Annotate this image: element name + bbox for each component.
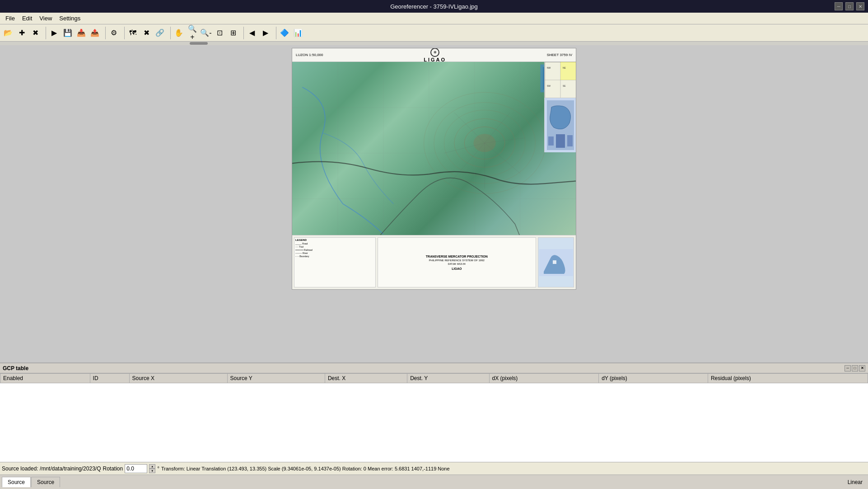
col-dy[interactable]: dY (pixels) <box>599 374 708 383</box>
gcp-panel: GCP table ─ □ ✕ Enabled ID Source X Sour… <box>0 362 868 462</box>
link-raster-button[interactable]: 🔗 <box>154 27 166 39</box>
gcp-minimize-button[interactable]: ─ <box>845 365 851 371</box>
map-header: LUZON 1:50,000 ⊕ LIGAO SHEET 3759 IV <box>292 48 576 62</box>
map-scale: LUZON 1:50,000 <box>296 53 323 57</box>
gcp-table: Enabled ID Source X Source Y Dest. X Des… <box>0 373 868 383</box>
map-sheet: SHEET 3759 IV <box>547 53 572 57</box>
zoom-fit-button[interactable]: ⊡ <box>213 27 226 39</box>
svg-rect-38 <box>548 136 554 146</box>
footer-label: LIGAO <box>452 267 462 270</box>
interpolation-label: Linear <box>848 479 863 485</box>
map-title-area: ⊕ LIGAO <box>424 48 446 62</box>
close-button[interactable]: ✕ <box>856 2 864 10</box>
zoom-in-button[interactable]: 🔍+ <box>186 27 199 39</box>
map-image: LUZON 1:50,000 ⊕ LIGAO SHEET 3759 IV <box>292 48 576 289</box>
save-gcp-button[interactable]: 📤 <box>89 27 101 39</box>
map-area[interactable]: LUZON 1:50,000 ⊕ LIGAO SHEET 3759 IV <box>0 42 868 362</box>
svg-line-6 <box>485 113 510 143</box>
toolbar-separator-6 <box>274 27 276 39</box>
mini-map-inset <box>545 98 576 152</box>
maximize-button[interactable]: □ <box>845 2 854 10</box>
toolbar-separator-3 <box>122 27 125 39</box>
svg-line-12 <box>454 113 485 143</box>
warp-button[interactable]: 🔷 <box>278 27 291 39</box>
gcp-header-controls: ─ □ ✕ <box>845 365 865 371</box>
main-area: LUZON 1:50,000 ⊕ LIGAO SHEET 3759 IV <box>0 42 868 462</box>
map-content[interactable] <box>292 62 576 235</box>
rotation-input[interactable] <box>125 464 147 473</box>
svg-line-8 <box>485 143 520 173</box>
open-button[interactable]: 📂 <box>2 27 14 39</box>
gcp-table-container[interactable]: Enabled ID Source X Source Y Dest. X Des… <box>0 373 868 462</box>
histogram-button[interactable]: 📊 <box>292 27 304 39</box>
status-source: Source loaded: /mnt/data/training/2023/Q <box>2 465 101 472</box>
svg-rect-37 <box>556 134 565 148</box>
menu-view[interactable]: View <box>36 14 56 23</box>
gcp-table-header-row: Enabled ID Source X Source Y Dest. X Des… <box>0 374 868 383</box>
rotation-label: Rotation <box>103 465 123 472</box>
mini-map: NW NE SW SE <box>544 62 576 152</box>
delete-point-button[interactable]: ✖ <box>29 27 42 39</box>
zoom-actual-button[interactable]: ⊞ <box>227 27 239 39</box>
minimize-button[interactable]: ─ <box>835 2 843 10</box>
title-bar: Georeferencer - 3759-IVLigao.jpg ─ □ ✕ <box>0 0 868 13</box>
source-tab-1[interactable]: Source <box>2 477 31 487</box>
svg-text:NE: NE <box>563 66 566 69</box>
col-dest-y[interactable]: Dest. Y <box>407 374 489 383</box>
bottom-bar: Source Source Linear <box>0 475 868 489</box>
map-footer: LEGEND _____ Road ····· Trail ═════ Rail… <box>292 235 576 289</box>
zoom-out-button[interactable]: 🔍- <box>200 27 212 39</box>
svg-rect-30 <box>560 62 576 80</box>
footer-legend: LEGEND _____ Road ····· Trail ═════ Rail… <box>294 237 376 287</box>
svg-text:NW: NW <box>547 66 551 69</box>
col-residual[interactable]: Residual (pixels) <box>708 374 868 383</box>
gcp-float-button[interactable]: □ <box>852 365 858 371</box>
gcp-close-button[interactable]: ✕ <box>859 365 865 371</box>
toolbar-separator-2 <box>103 27 106 39</box>
gcp-table-header: GCP table ─ □ ✕ <box>0 363 868 373</box>
menu-edit[interactable]: Edit <box>19 14 36 23</box>
map-viewport: LUZON 1:50,000 ⊕ LIGAO SHEET 3759 IV <box>292 48 576 290</box>
settings-button[interactable]: ⚙ <box>107 27 120 39</box>
save-output-button[interactable]: 💾 <box>61 27 74 39</box>
toolbar: 📂 ✚ ✖ ▶ 💾 📥 📤 ⚙ 🗺 ✖ 🔗 ✋ 🔍+ 🔍- ⊡ ⊞ ◀ ▶ 🔷 … <box>0 24 868 42</box>
prev-button[interactable]: ◀ <box>246 27 258 39</box>
rotation-down-button[interactable]: ▼ <box>149 469 155 473</box>
mini-map-grid: NW NE SW SE <box>545 62 576 98</box>
col-enabled[interactable]: Enabled <box>0 374 90 383</box>
map-logo: ⊕ <box>430 48 439 57</box>
toolbar-separator-4 <box>168 27 171 39</box>
delete-raster-button[interactable]: ✖ <box>140 27 153 39</box>
rotation-spinner[interactable]: ▲ ▼ <box>149 464 155 473</box>
add-point-button[interactable]: ✚ <box>15 27 28 39</box>
window-controls: ─ □ ✕ <box>835 2 864 10</box>
topo-svg <box>292 62 576 235</box>
footer-inset-map <box>538 237 574 287</box>
col-id[interactable]: ID <box>90 374 129 383</box>
source-tab-2[interactable]: Source <box>31 477 60 487</box>
next-button[interactable]: ▶ <box>259 27 272 39</box>
menu-bar: File Edit View Settings <box>0 13 868 24</box>
col-source-x[interactable]: Source X <box>129 374 227 383</box>
svg-line-10 <box>449 143 485 183</box>
horizontal-scrollbar[interactable] <box>0 42 868 45</box>
scrollbar-thumb[interactable] <box>190 42 208 45</box>
transform-info: Transform: Linear Translation (123.493, … <box>161 466 866 471</box>
col-dest-x[interactable]: Dest. X <box>325 374 407 383</box>
toolbar-separator-1 <box>43 27 46 39</box>
window-title: Georeferencer - 3759-IVLigao.jpg <box>390 3 478 10</box>
rotation-up-button[interactable]: ▲ <box>149 464 155 469</box>
load-gcp-button[interactable]: 📥 <box>75 27 88 39</box>
pan-button[interactable]: ✋ <box>173 27 185 39</box>
col-dx[interactable]: dX (pixels) <box>489 374 599 383</box>
run-button[interactable]: ▶ <box>48 27 61 39</box>
svg-rect-41 <box>553 260 556 264</box>
menu-settings[interactable]: Settings <box>56 14 84 23</box>
toolbar-separator-5 <box>241 27 244 39</box>
raster-button[interactable]: 🗺 <box>126 27 139 39</box>
svg-rect-39 <box>567 135 573 146</box>
rotation-unit: ° <box>157 465 159 472</box>
col-source-y[interactable]: Source Y <box>227 374 325 383</box>
menu-file[interactable]: File <box>2 14 19 23</box>
status-bar: Source loaded: /mnt/data/training/2023/Q… <box>0 462 868 475</box>
